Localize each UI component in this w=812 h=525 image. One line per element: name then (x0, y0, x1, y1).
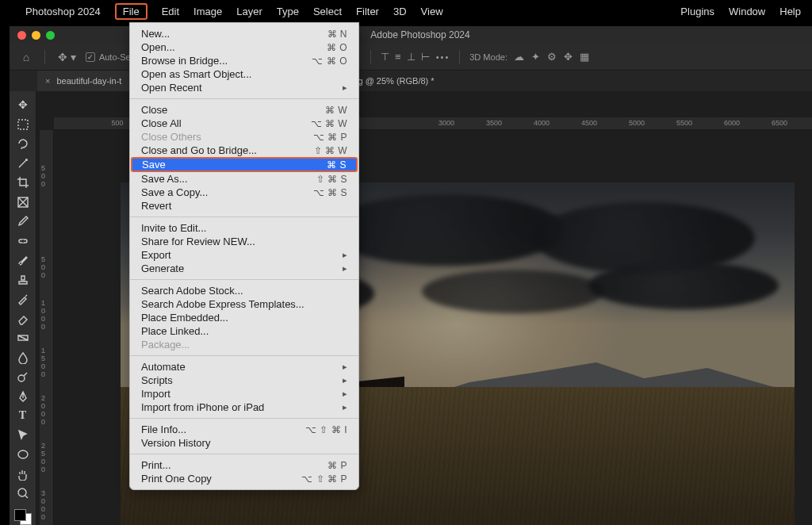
more-options-icon[interactable]: ••• (436, 52, 450, 62)
close-tab-icon[interactable]: × (45, 76, 50, 86)
menu-item-label: Print... (141, 459, 327, 471)
menu-item-shortcut: ⌥ ⌘ W (311, 118, 348, 129)
menu-item-label: Import from iPhone or iPad (141, 401, 343, 413)
menu-item-place-linked[interactable]: Place Linked... (130, 324, 358, 338)
menu-item-export[interactable]: Export▸ (130, 248, 358, 262)
menu-item-print[interactable]: Print...⌘ P (130, 458, 358, 472)
hand-tool[interactable] (13, 466, 33, 482)
menu-item-invite-to-edit[interactable]: Invite to Edit... (130, 221, 358, 235)
menu-item-search-adobe-express-templates[interactable]: Search Adobe Express Templates... (130, 297, 358, 311)
frame-tool[interactable] (13, 194, 33, 210)
align-vcenter-icon[interactable]: ≡ (395, 51, 401, 63)
menubar-item-help[interactable]: Help (779, 6, 801, 17)
menu-item-search-adobe-stock[interactable]: Search Adobe Stock... (130, 284, 358, 297)
menubar-item-filter[interactable]: Filter (356, 6, 379, 17)
eraser-tool[interactable] (13, 310, 33, 327)
menubar-item-view[interactable]: View (421, 6, 443, 17)
document-tab[interactable]: × beautiful-day-in-t (37, 71, 129, 91)
menu-item-share-for-review-new[interactable]: Share for Review NEW... (130, 235, 358, 248)
3d-orbit-icon[interactable]: ☁ (514, 51, 524, 63)
menubar-item-select[interactable]: Select (313, 6, 342, 17)
menu-item-scripts[interactable]: Scripts▸ (130, 374, 358, 387)
menu-item-revert[interactable]: Revert (130, 199, 358, 213)
3d-rotate-icon[interactable]: ✦ (531, 51, 540, 63)
3d-camera-icon[interactable]: ▦ (580, 51, 589, 63)
menu-item-print-one-copy[interactable]: Print One Copy⌥ ⇧ ⌘ P (130, 472, 358, 485)
window-maximize-button[interactable] (46, 31, 55, 40)
ruler-tick: 0 (41, 411, 45, 418)
eyedropper-tool[interactable] (13, 213, 33, 230)
stamp-tool[interactable] (13, 271, 33, 288)
marquee-tool[interactable] (13, 116, 33, 132)
menu-item-place-embedded[interactable]: Place Embedded... (130, 311, 358, 324)
menu-item-import[interactable]: Import▸ (130, 387, 358, 400)
blur-tool[interactable] (13, 349, 33, 366)
window-minimize-button[interactable] (32, 31, 40, 40)
move-tool-icon[interactable]: ✥ ▾ (55, 51, 79, 63)
mac-menubar: Photoshop 2024 File Edit Image Layer Typ… (0, 0, 812, 22)
align-top-icon[interactable]: ⊤ (381, 51, 389, 63)
menubar-item-window[interactable]: Window (729, 6, 765, 17)
3d-pan-icon[interactable]: ✥ (564, 51, 573, 63)
type-tool[interactable]: T (13, 408, 33, 424)
menubar-item-layer[interactable]: Layer (236, 6, 262, 17)
home-icon[interactable]: ⌂ (17, 51, 35, 63)
menu-item-close-all[interactable]: Close All⌥ ⌘ W (130, 117, 358, 130)
menu-item-close-and-go-to-bridge[interactable]: Close and Go to Bridge...⇧ ⌘ W (130, 144, 358, 157)
menu-item-close[interactable]: Close⌘ W (130, 103, 358, 117)
pen-tool[interactable] (13, 388, 33, 404)
submenu-arrow-icon: ▸ (343, 362, 347, 372)
history-brush-tool[interactable] (13, 291, 33, 308)
menubar-item-file[interactable]: File (115, 3, 147, 20)
color-swatch[interactable] (14, 509, 32, 525)
gradient-tool[interactable] (13, 330, 33, 347)
ruler-tick: 0 (41, 506, 45, 513)
menubar-app-name[interactable]: Photoshop 2024 (25, 6, 101, 17)
menubar-item-plugins[interactable]: Plugins (680, 6, 714, 17)
window-close-button[interactable] (17, 31, 26, 40)
heal-tool[interactable] (13, 232, 33, 249)
crop-tool[interactable] (13, 174, 33, 191)
menu-item-import-from-iphone-or-ipad[interactable]: Import from iPhone or iPad▸ (130, 400, 358, 414)
zoom-tool[interactable] (13, 485, 33, 502)
brush-tool[interactable] (13, 252, 33, 269)
ruler-tick: 1 (41, 347, 45, 354)
menu-item-automate[interactable]: Automate▸ (130, 360, 358, 374)
file-menu: New...⌘ NOpen...⌘ OBrowse in Bridge...⌥ … (129, 22, 359, 490)
dodge-tool[interactable] (13, 369, 33, 385)
menu-item-label: Export (141, 249, 343, 261)
svg-point-5 (18, 450, 28, 458)
menu-item-label: Close (141, 104, 325, 116)
menu-item-save-as[interactable]: Save As...⇧ ⌘ S (130, 172, 358, 186)
menubar-item-image[interactable]: Image (193, 6, 222, 17)
menu-item-open-recent[interactable]: Open Recent▸ (130, 81, 358, 94)
align-bottom-icon[interactable]: ⊥ (407, 51, 416, 63)
menu-item-file-info[interactable]: File Info...⌥ ⇧ ⌘ I (130, 423, 358, 436)
menu-item-version-history[interactable]: Version History (130, 436, 358, 450)
lasso-tool[interactable] (13, 136, 33, 152)
menu-item-open-as-smart-object[interactable]: Open as Smart Object... (130, 67, 358, 81)
menubar-item-edit[interactable]: Edit (162, 6, 179, 17)
menu-item-label: Invite to Edit... (141, 222, 347, 234)
ruler-tick: 3000 (439, 119, 454, 127)
menu-item-save-a-copy[interactable]: Save a Copy...⌥ ⌘ S (130, 186, 358, 199)
menu-item-generate[interactable]: Generate▸ (130, 262, 358, 275)
wand-tool[interactable] (13, 155, 33, 171)
path-select-tool[interactable] (13, 427, 33, 443)
menu-item-label: Share for Review NEW... (141, 236, 347, 247)
shape-tool[interactable] (13, 446, 33, 463)
menu-item-browse-in-bridge[interactable]: Browse in Bridge...⌥ ⌘ O (130, 54, 358, 67)
align-left-icon[interactable]: ⊢ (421, 51, 430, 63)
menubar-item-3d[interactable]: 3D (393, 6, 407, 17)
menu-item-save[interactable]: Save⌘ S (131, 157, 358, 172)
ruler-tick: 0 (41, 272, 45, 279)
menubar-item-type[interactable]: Type (277, 6, 299, 17)
menu-item-open[interactable]: Open...⌘ O (130, 40, 358, 54)
auto-select-checkbox[interactable]: ✓Auto-Sel (86, 52, 132, 62)
menu-item-new[interactable]: New...⌘ N (130, 27, 358, 40)
svg-point-6 (18, 489, 26, 496)
move-tool[interactable]: ✥ (13, 96, 33, 113)
3d-scale-icon[interactable]: ⚙ (547, 51, 557, 63)
align-buttons[interactable]: ⊤ ≡ ⊥ ⊢ (381, 51, 430, 63)
ruler-tick: 4000 (534, 119, 550, 127)
